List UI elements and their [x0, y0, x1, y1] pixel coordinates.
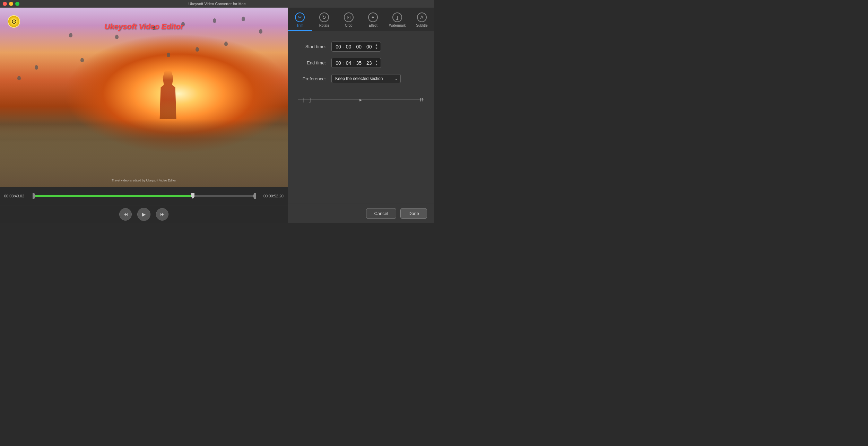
tab-trim[interactable]: ✂ Trim: [288, 10, 312, 31]
balloon: [17, 76, 21, 80]
balloon: [213, 18, 216, 23]
tab-crop[interactable]: ⊡ Crop: [337, 10, 361, 31]
trim-marker-end[interactable]: R: [420, 97, 423, 102]
subtitle-label: Subtitle: [416, 24, 427, 27]
trim-marker-start[interactable]: |: [303, 97, 304, 102]
start-time-label: Start time:: [298, 44, 326, 49]
right-content: Start time: 00 : 00 : 00 : 00 ▲ ▼ En: [288, 31, 434, 204]
end-time-input[interactable]: 00 : 04 : 35 : 23 ▲ ▼: [331, 58, 381, 68]
end-time-up[interactable]: ▲: [375, 60, 378, 63]
watermark-icon: T̲: [392, 12, 402, 22]
start-minutes[interactable]: 00: [345, 44, 353, 50]
progress-thumb[interactable]: [191, 193, 194, 199]
window-title: Ukeysoft Video Converter for Mac: [189, 2, 246, 6]
traffic-lights: [3, 2, 19, 6]
trim-icon: ✂: [295, 12, 305, 22]
start-hours[interactable]: 00: [335, 44, 342, 50]
preference-label: Preference:: [298, 76, 326, 81]
next-button[interactable]: ⏭: [156, 208, 168, 221]
current-time: 00:03:43.02: [4, 194, 29, 198]
end-time-stepper[interactable]: ▲ ▼: [375, 60, 378, 66]
end-time-label: End time:: [298, 60, 326, 65]
effect-icon: ✦: [368, 12, 378, 22]
progress-track[interactable]: [33, 195, 255, 197]
cancel-button[interactable]: Cancel: [366, 208, 396, 219]
rotate-label: Rotate: [319, 24, 329, 27]
progress-end-marker[interactable]: [253, 193, 256, 199]
subtitle-icon: A: [417, 12, 427, 22]
end-ms[interactable]: 23: [365, 60, 373, 66]
watermark-label: Watermark: [389, 24, 406, 27]
close-button[interactable]: [3, 2, 7, 6]
playback-controls: ⏮ ▶ ⏭: [0, 205, 288, 223]
start-time-down[interactable]: ▼: [375, 47, 378, 50]
done-button[interactable]: Done: [400, 208, 427, 219]
trim-marker-mid[interactable]: ▸: [359, 97, 362, 102]
preference-select-wrapper: Keep the selected section Delete the sel…: [331, 74, 401, 83]
video-canvas: ⊙ Ukeysoft Video Editor Travel video is …: [0, 8, 288, 187]
start-time-row: Start time: 00 : 00 : 00 : 00 ▲ ▼: [298, 42, 424, 52]
total-time: 00:00:52.20: [259, 194, 284, 198]
end-minutes[interactable]: 04: [345, 60, 353, 66]
right-bottom: Cancel Done: [288, 204, 434, 223]
timeline-bar: 00:03:43.02 00:00:52.20: [0, 187, 288, 205]
effect-label: Effect: [368, 24, 377, 27]
minimize-button[interactable]: [9, 2, 13, 6]
rotate-icon: ↻: [319, 12, 329, 22]
end-time-row: End time: 00 : 04 : 35 : 23 ▲ ▼: [298, 58, 424, 68]
crop-icon: ⊡: [344, 12, 354, 22]
tab-subtitle[interactable]: A Subtitle: [410, 10, 434, 31]
tab-effect[interactable]: ✦ Effect: [361, 10, 385, 31]
logo-overlay: ⊙: [8, 15, 20, 28]
video-subtitle-overlay: Travel video is edited by Ukeysoft Video…: [112, 179, 176, 182]
tabs: ✂ Trim ↻ Rotate ⊡ Crop ✦ Effect T̲ Water…: [288, 8, 434, 31]
progress-start-marker[interactable]: [33, 193, 35, 199]
tab-rotate[interactable]: ↻ Rotate: [312, 10, 336, 31]
start-time-up[interactable]: ▲: [375, 43, 378, 47]
progress-fill: [33, 195, 193, 197]
balloon: [115, 35, 119, 39]
video-panel: ⊙ Ukeysoft Video Editor Travel video is …: [0, 8, 288, 223]
balloon: [259, 29, 262, 34]
prev-button[interactable]: ⏮: [119, 208, 132, 221]
end-seconds[interactable]: 35: [355, 60, 363, 66]
controls-center: ⏮ ▶ ⏭: [119, 208, 168, 221]
balloon: [35, 65, 38, 70]
right-panel: ✂ Trim ↻ Rotate ⊡ Crop ✦ Effect T̲ Water…: [288, 8, 434, 223]
start-seconds[interactable]: 00: [355, 44, 363, 50]
titlebar: Ukeysoft Video Converter for Mac: [0, 0, 434, 8]
trim-marker-bracket[interactable]: ]: [310, 97, 311, 102]
crop-label: Crop: [345, 24, 353, 27]
preference-select[interactable]: Keep the selected section Delete the sel…: [331, 74, 401, 83]
start-ms[interactable]: 00: [365, 44, 373, 50]
main-layout: ⊙ Ukeysoft Video Editor Travel video is …: [0, 8, 434, 223]
end-hours[interactable]: 00: [335, 60, 342, 66]
start-time-stepper[interactable]: ▲ ▼: [375, 43, 378, 50]
video-title-overlay: Ukeysoft Video Editor: [104, 22, 183, 31]
end-time-down[interactable]: ▼: [375, 63, 378, 66]
play-button[interactable]: ▶: [137, 208, 150, 221]
tab-watermark[interactable]: T̲ Watermark: [385, 10, 409, 31]
trim-label: Trim: [296, 24, 303, 27]
balloon: [242, 17, 245, 21]
trim-timeline: | ] ▸ R: [298, 93, 424, 107]
city-silhouette: [0, 119, 288, 187]
start-time-input[interactable]: 00 : 00 : 00 : 00 ▲ ▼: [331, 42, 381, 52]
maximize-button[interactable]: [15, 2, 19, 6]
preference-row: Preference: Keep the selected section De…: [298, 74, 424, 83]
